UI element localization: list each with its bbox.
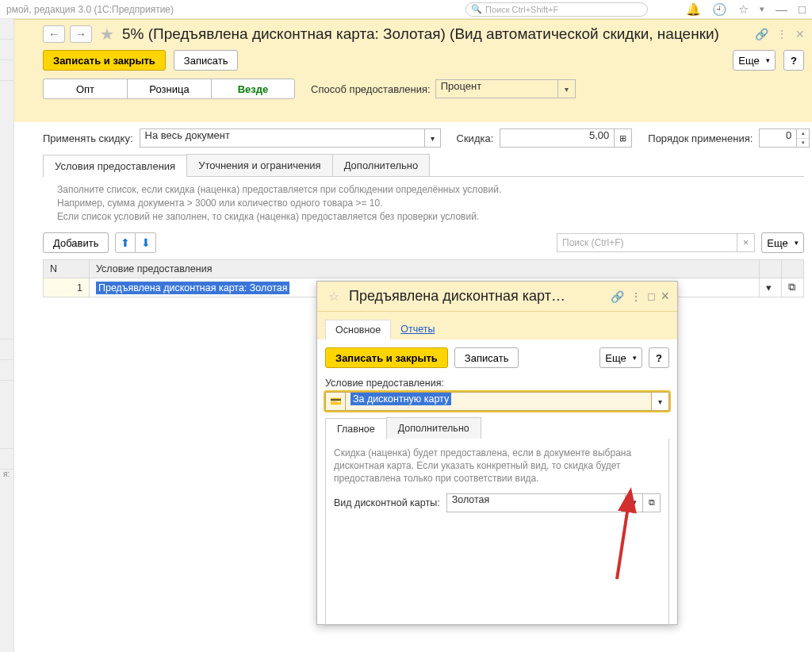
order-spinner[interactable]: ▴▾ [797, 128, 810, 148]
tab-conditions[interactable]: Условия предоставления [43, 155, 187, 177]
card-type-dropdown-icon[interactable]: ▾ [626, 493, 643, 512]
link-icon[interactable]: 🔗 [755, 28, 768, 40]
nav-forward-button[interactable]: → [70, 25, 92, 43]
popup-body-hint: Скидка (наценка) будет предоставлена, ес… [334, 447, 661, 485]
tab-refinements[interactable]: Уточнения и ограничения [186, 154, 333, 176]
segment-everywhere[interactable]: Везде [211, 79, 295, 99]
popup-more-button[interactable]: Еще▾ [599, 347, 642, 368]
chevron-down-icon: ▾ [766, 56, 770, 64]
minimize-icon[interactable]: — [776, 2, 787, 16]
popup-kebab-icon[interactable]: ⋮ [630, 290, 642, 303]
method-label: Способ предоставления: [311, 83, 431, 95]
add-button[interactable]: Добавить [43, 232, 109, 253]
save-and-close-button[interactable]: Записать и закрыть [43, 50, 166, 71]
move-down-button[interactable]: ⬇ [136, 232, 156, 253]
popup-close-icon[interactable]: × [661, 288, 669, 305]
conditions-search-input[interactable]: Поиск (Ctrl+F) [557, 233, 737, 252]
popup-save-close-button[interactable]: Записать и закрыть [325, 347, 448, 368]
nav-back-button[interactable]: ← [43, 25, 65, 43]
popup-subtab-reports[interactable]: Отчеты [391, 320, 444, 339]
method-select-caret[interactable]: ▾ [558, 79, 576, 98]
segment-retail[interactable]: Розница [127, 79, 211, 99]
popup-subtab-main[interactable]: Основное [325, 320, 391, 339]
app-bar: рмой, редакция 3.0 (1С:Предприятие) 🔍 По… [0, 0, 812, 19]
move-up-button[interactable]: ⬆ [115, 232, 136, 253]
card-type-open-icon[interactable]: ⧉ [643, 493, 661, 512]
save-button[interactable]: Записать [174, 50, 239, 71]
discount-label: Скидка: [457, 132, 494, 144]
maximize-icon[interactable]: □ [799, 2, 806, 16]
bell-icon[interactable]: 🔔 [686, 2, 701, 17]
popup-title: Предъявлена дисконтная карт… [349, 288, 604, 305]
global-search-placeholder: Поиск Ctrl+Shift+F [485, 5, 558, 14]
popup-star-icon[interactable]: ☆ [328, 289, 339, 304]
conditions-more-button[interactable]: Еще▾ [761, 232, 804, 253]
segment-opt[interactable]: Опт [43, 79, 127, 99]
discount-input[interactable]: 5,00 [500, 128, 615, 148]
conditions-hint: Заполните список, если скидка (наценка) … [43, 183, 804, 229]
more-button[interactable]: Еще▾ [733, 50, 776, 71]
star-header-icon[interactable]: ☆ [738, 2, 749, 17]
card-type-input[interactable]: Золотая [446, 493, 626, 512]
star-icon[interactable]: ★ [100, 25, 114, 44]
row-dropdown-icon[interactable]: ▾ [760, 278, 782, 297]
popup-tab-additional[interactable]: Дополнительно [386, 417, 481, 439]
close-icon[interactable]: × [795, 26, 804, 43]
conditions-search-clear[interactable]: × [737, 233, 755, 252]
left-gutter: я: [0, 19, 14, 652]
popup-help-button[interactable]: ? [649, 347, 669, 368]
page-title: 5% (Предъявлена дисконтная карта: Золота… [122, 25, 719, 43]
method-select[interactable]: Процент [435, 79, 558, 98]
condition-popup: ☆ Предъявлена дисконтная карт… 🔗 ⋮ □ × О… [316, 281, 678, 625]
search-icon: 🔍 [471, 4, 482, 14]
global-search-input[interactable]: 🔍 Поиск Ctrl+Shift+F [465, 2, 648, 17]
order-label: Порядок применения: [648, 132, 753, 144]
help-button[interactable]: ? [783, 50, 804, 71]
col-header-condition[interactable]: Условие предоставления [90, 260, 760, 278]
order-input[interactable]: 0 [759, 128, 797, 148]
row-open-icon[interactable]: ⧉ [782, 278, 804, 297]
apply-discount-select[interactable]: На весь документ [140, 128, 425, 148]
popup-condition-label: Условие предоставления: [317, 376, 677, 390]
popup-link-icon[interactable]: 🔗 [611, 290, 624, 303]
row-number: 1 [44, 278, 90, 297]
apply-discount-caret[interactable]: ▾ [425, 128, 441, 148]
user-menu[interactable]: ▾ [760, 4, 764, 14]
popup-condition-caret[interactable]: ▾ [652, 392, 669, 411]
popup-condition-select[interactable]: За дисконтную карту [346, 392, 652, 411]
tab-additional[interactable]: Дополнительно [332, 154, 431, 176]
card-type-label: Вид дисконтной карты: [334, 497, 440, 508]
card-icon: 💳 [325, 392, 346, 411]
apply-discount-label: Применять скидку: [43, 132, 133, 144]
kebab-icon[interactable]: ⋮ [776, 28, 787, 40]
calculator-icon[interactable]: ⊞ [615, 128, 632, 148]
popup-tab-main[interactable]: Главное [325, 418, 387, 439]
popup-save-button[interactable]: Записать [454, 347, 519, 368]
popup-maximize-icon[interactable]: □ [648, 290, 654, 303]
col-header-n[interactable]: N [44, 260, 90, 278]
app-title-fragment: рмой, редакция 3.0 (1С:Предприятие) [6, 4, 174, 15]
clock-icon[interactable]: 🕘 [712, 2, 727, 17]
